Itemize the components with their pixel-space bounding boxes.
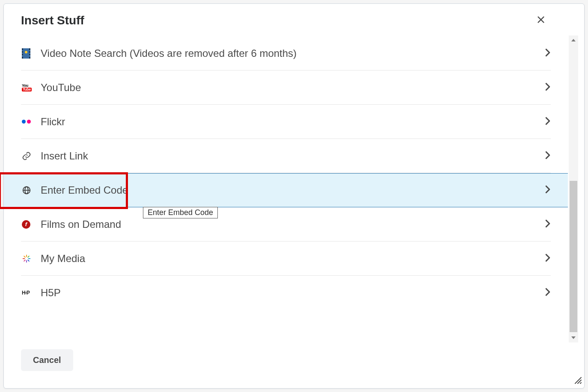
globe-icon (21, 186, 41, 195)
chevron-right-icon (545, 117, 551, 127)
dialog-title: Insert Stuff (21, 14, 84, 27)
option-insert-link[interactable]: Insert Link (21, 139, 551, 173)
insert-stuff-dialog: Insert Stuff Video Note Search (Videos a… (3, 3, 585, 389)
close-icon (536, 19, 546, 26)
flickr-icon (21, 120, 41, 124)
resize-handle[interactable] (573, 375, 582, 386)
option-label: H5P (41, 287, 545, 299)
svg-line-17 (580, 383, 581, 383)
burst-icon (21, 254, 41, 263)
svg-line-12 (24, 256, 25, 257)
option-enter-embed-code[interactable]: Enter Embed Code Enter Embed Code (4, 173, 568, 207)
films-on-demand-icon: f (21, 220, 41, 229)
youtube-icon: You Tube (21, 84, 41, 91)
chevron-right-icon (545, 288, 551, 298)
chevron-right-icon (545, 83, 551, 93)
option-label: Video Note Search (Videos are removed af… (41, 47, 545, 59)
cancel-button[interactable]: Cancel (21, 349, 73, 371)
scrollbar[interactable] (569, 35, 578, 342)
svg-line-8 (28, 260, 29, 261)
option-label: Films on Demand (41, 218, 545, 230)
option-label: Flickr (41, 116, 545, 128)
option-label: YouTube (41, 82, 545, 94)
option-films-on-demand[interactable]: f Films on Demand (21, 207, 551, 242)
insert-options-list: Video Note Search (Videos are removed af… (4, 36, 568, 310)
option-label: My Media (41, 253, 545, 265)
svg-line-10 (24, 260, 25, 261)
dialog-header: Insert Stuff (4, 4, 584, 30)
option-label: Enter Embed Code (41, 184, 545, 196)
option-flickr[interactable]: Flickr (21, 105, 551, 139)
film-icon (21, 48, 41, 59)
chevron-right-icon (545, 219, 551, 230)
option-video-note-search[interactable]: Video Note Search (Videos are removed af… (21, 36, 551, 71)
chevron-right-icon (545, 185, 551, 195)
h5p-icon: H-P (21, 290, 41, 296)
dialog-footer: Cancel (4, 338, 584, 388)
option-youtube[interactable]: You Tube YouTube (21, 71, 551, 105)
link-icon (21, 151, 41, 161)
scrollbar-thumb[interactable] (570, 181, 577, 332)
chevron-right-icon (545, 253, 551, 264)
scroll-area: Video Note Search (Videos are removed af… (4, 36, 584, 337)
chevron-right-icon (545, 151, 551, 161)
option-label: Insert Link (41, 150, 545, 162)
option-my-media[interactable]: My Media (21, 242, 551, 276)
chevron-right-icon (545, 48, 551, 59)
option-h5p[interactable]: H-P H5P (21, 276, 551, 310)
close-button[interactable] (534, 12, 567, 28)
svg-line-6 (28, 256, 29, 257)
svg-marker-13 (571, 39, 576, 41)
scrollbar-up-button[interactable] (569, 35, 578, 45)
